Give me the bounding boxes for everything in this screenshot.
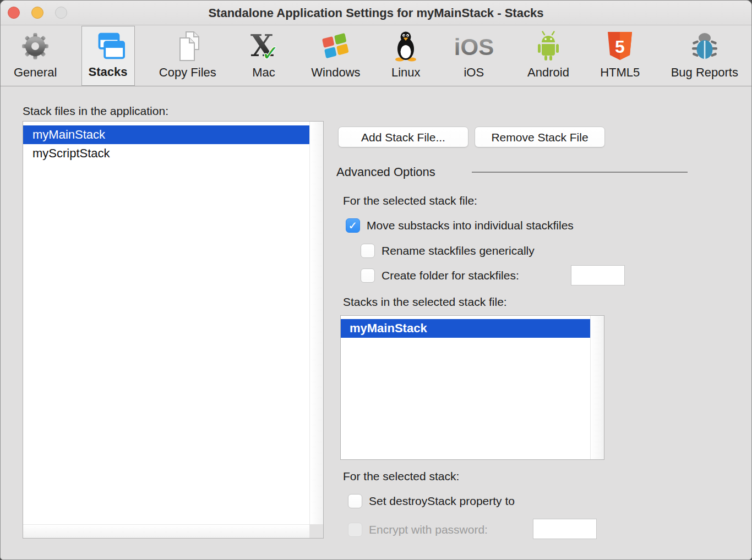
list-item-myscriptstack[interactable]: myScriptStack	[23, 144, 309, 163]
tab-ios[interactable]: iOS iOS	[445, 26, 503, 86]
tab-stacks[interactable]: Stacks	[81, 26, 135, 86]
tux-penguin-icon	[393, 29, 419, 63]
gear-icon	[20, 29, 51, 63]
horizontal-scrollbar-track[interactable]	[23, 524, 309, 538]
mac-x-check-icon: X ✓	[247, 29, 280, 63]
content-area: Stack files in the application: myMainSt…	[1, 86, 751, 559]
tab-mac[interactable]: X ✓ Mac	[241, 26, 287, 86]
advanced-options-divider	[472, 172, 688, 173]
stacks-in-file-label: Stacks in the selected stack file:	[343, 295, 507, 309]
encrypt-password-input	[533, 519, 597, 539]
selected-stack-file-label: For the selected stack file:	[343, 194, 477, 207]
tab-general[interactable]: General	[7, 26, 63, 86]
checkbox-label: Encrypt with password:	[369, 523, 488, 536]
svg-text:✓: ✓	[261, 41, 279, 62]
move-substacks-checkbox[interactable]	[346, 218, 360, 233]
tab-label: Bug Reports	[671, 65, 738, 80]
tab-copy-files[interactable]: Copy Files	[152, 26, 223, 86]
tab-html5[interactable]: 5 HTML5	[593, 26, 646, 86]
ios-wordmark-icon: iOS	[451, 29, 497, 63]
create-folder-checkbox[interactable]	[361, 268, 375, 283]
tab-label: Mac	[252, 65, 275, 80]
tab-bug-reports[interactable]: Bug Reports	[664, 26, 745, 86]
vertical-scrollbar-track[interactable]	[309, 122, 323, 524]
checkbox-label: Set destroyStack property to	[369, 495, 515, 508]
tab-label: Stacks	[89, 65, 128, 79]
checkbox-label: Create folder for stackfiles:	[382, 269, 519, 282]
rename-stackfiles-row: Rename stackfiles generically	[361, 243, 535, 259]
rename-stackfiles-checkbox[interactable]	[361, 244, 375, 258]
android-robot-icon	[534, 29, 563, 63]
scrollbar-corner	[309, 524, 323, 538]
checkbox-label: Move substacks into individual stackfile…	[367, 219, 574, 232]
tab-label: Android	[527, 65, 569, 80]
encrypt-password-row: Encrypt with password:	[348, 522, 488, 537]
html5-shield-icon: 5	[606, 29, 634, 63]
stack-files-label: Stack files in the application:	[23, 105, 168, 118]
vertical-scrollbar-track[interactable]	[590, 316, 604, 459]
add-stack-file-button[interactable]: Add Stack File...	[338, 127, 468, 147]
tab-label: Copy Files	[159, 65, 216, 80]
windows-logo-icon	[320, 29, 352, 63]
bug-icon	[689, 29, 720, 63]
tab-label: General	[14, 65, 57, 80]
stacks-icon	[91, 30, 125, 63]
tab-windows[interactable]: Windows	[304, 26, 367, 86]
tab-label: Windows	[311, 65, 360, 80]
window-title: Standalone Application Settings for myMa…	[1, 1, 751, 25]
list-item-mymainstack[interactable]: myMainStack	[341, 319, 590, 338]
move-substacks-row: Move substacks into individual stackfile…	[346, 218, 574, 233]
tab-android[interactable]: Android	[521, 26, 576, 86]
copy-files-icon	[172, 29, 203, 63]
selected-stack-label: For the selected stack:	[343, 470, 459, 483]
create-folder-input[interactable]	[571, 265, 625, 286]
destroystack-checkbox[interactable]	[348, 494, 362, 508]
checkbox-label: Rename stackfiles generically	[382, 244, 535, 257]
tab-linux[interactable]: Linux	[385, 26, 427, 86]
svg-text:iOS: iOS	[454, 34, 494, 60]
create-folder-row: Create folder for stackfiles:	[361, 268, 519, 283]
titlebar: Standalone Application Settings for myMa…	[1, 1, 751, 25]
settings-window: Standalone Application Settings for myMa…	[0, 0, 752, 560]
remove-stack-file-button[interactable]: Remove Stack File	[475, 127, 605, 147]
tab-label: iOS	[464, 65, 484, 80]
tab-label: Linux	[391, 65, 421, 80]
encrypt-password-checkbox	[348, 523, 362, 537]
list-item-mymainstack[interactable]: myMainStack	[23, 125, 309, 144]
svg-text:5: 5	[615, 37, 625, 57]
screen: Standalone Application Settings for myMa…	[0, 0, 752, 560]
stack-files-listbox: myMainStack myScriptStack	[23, 121, 324, 539]
destroystack-row: Set destroyStack property to	[348, 493, 515, 509]
stacks-listbox: myMainStack	[340, 315, 604, 460]
toolbar: General Stacks	[1, 26, 751, 86]
advanced-options-label: Advanced Options	[336, 165, 435, 179]
tab-label: HTML5	[600, 65, 640, 80]
